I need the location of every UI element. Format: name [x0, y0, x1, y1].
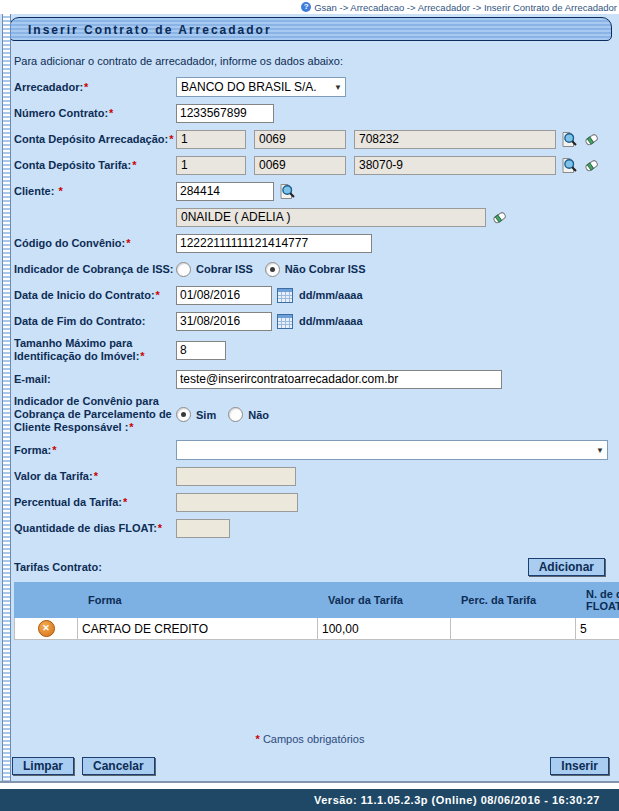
left-decorative-edge [2, 14, 11, 781]
conta-tarifa-label: Conta Depósito Tarifa:* [14, 159, 176, 172]
required-note-text: Campos obrigatórios [263, 733, 365, 745]
required-mark: * [52, 444, 56, 456]
arrecadador-select[interactable]: BANCO DO BRASIL S/A. ▼ [176, 77, 346, 97]
required-mark: * [123, 496, 127, 508]
email-input[interactable] [176, 370, 502, 389]
eraser-icon[interactable] [583, 131, 600, 148]
conta-arrecadacao-agencia: 0069 [254, 130, 346, 149]
required-mark: * [169, 133, 173, 145]
cell-valor: 100,00 [318, 618, 451, 640]
row-codigo-convenio: Código do Convênio:* [14, 233, 619, 253]
breadcrumb-text: Gsan -> Arrecadacao -> Arrecadador -> In… [314, 2, 617, 13]
percentual-tarifa-label: Percentual da Tarifa:* [14, 496, 176, 509]
row-email: E-mail: [14, 369, 619, 389]
data-fim-label: Data de Fim do Contrato: [14, 315, 176, 328]
adicionar-button[interactable]: Adicionar [528, 558, 605, 576]
page-title: Inserir Contrato de Arrecadador [9, 17, 612, 41]
row-forma: Forma:* ▼ [14, 440, 619, 460]
numero-contrato-input[interactable] [176, 104, 274, 123]
dias-float-label: Quantidade de dias FLOAT:* [14, 522, 176, 535]
label-text: Percentual da Tarifa: [14, 496, 122, 508]
conta-arrecadacao-numero: 708232 [354, 130, 556, 149]
tamanho-maximo-input[interactable] [176, 341, 226, 360]
col-forma: Forma [78, 583, 318, 618]
row-conta-deposito-arrecadacao: Conta Depósito Arrecadação:* 1 0069 7082… [14, 129, 619, 149]
radio-nao-cobrar-iss[interactable] [265, 262, 280, 277]
label-text: Tamanho Máximo para Identificação do Imó… [14, 337, 139, 362]
label-text: Forma: [14, 444, 51, 456]
dias-float-input-disabled [176, 519, 230, 538]
required-mark: * [58, 185, 62, 197]
label-text: Data de Inicio do Contrato: [14, 289, 155, 301]
valor-tarifa-label: Valor da Tarifa:* [14, 470, 176, 483]
data-inicio-input[interactable] [176, 286, 272, 305]
codigo-convenio-label: Código do Convênio:* [14, 237, 176, 250]
data-inicio-label: Data de Inicio do Contrato:* [14, 289, 176, 302]
help-icon[interactable]: ? [301, 2, 311, 12]
conta-arrecadacao-banco: 1 [176, 130, 246, 149]
required-mark: * [256, 733, 260, 745]
inserir-button[interactable]: Inserir [550, 757, 609, 775]
required-mark: * [156, 289, 160, 301]
row-indicador-convenio: Indicador de Convênio para Cobrança de P… [14, 395, 619, 434]
radio-sim[interactable] [176, 407, 191, 422]
cliente-codigo-input[interactable] [176, 182, 274, 201]
required-mark: * [126, 237, 130, 249]
row-arrecadador: Arrecadador:* BANCO DO BRASIL S/A. ▼ [14, 77, 619, 97]
search-icon[interactable] [279, 183, 296, 200]
row-dias-float: Quantidade de dias FLOAT:* [14, 518, 619, 538]
version-statusbar: Versão: 11.1.05.2.3p (Online) 08/06/2016… [0, 789, 619, 811]
version-text: Versão: 11.1.05.2.3p (Online) 08/06/2016… [0, 794, 619, 806]
required-mark: * [84, 81, 88, 93]
search-icon[interactable] [561, 131, 578, 148]
cliente-label: Cliente: * [14, 185, 176, 198]
radio-nao[interactable] [228, 407, 243, 422]
label-text: Conta Depósito Tarifa: [14, 159, 131, 171]
row-data-fim: Data de Fim do Contrato: dd/mm/aaaa [14, 311, 619, 331]
row-cliente: Cliente: * [14, 181, 619, 201]
label-text: Conta Depósito Arrecadação: [14, 133, 168, 145]
row-tamanho-maximo: Tamanho Máximo para Identificação do Imó… [14, 337, 619, 363]
radio-nao-label: Não [248, 409, 269, 421]
cell-perc [451, 618, 576, 640]
eraser-icon[interactable] [491, 209, 508, 226]
arrecadador-label: Arrecadador:* [14, 81, 176, 94]
label-text: E-mail: [14, 373, 51, 385]
iss-label: Indicador de Cobrança de ISS: [14, 263, 176, 276]
row-numero-contrato: Número Contrato:* [14, 103, 619, 123]
delete-row-icon[interactable]: ✕ [38, 620, 55, 637]
calendar-icon[interactable] [277, 314, 293, 329]
row-valor-tarifa: Valor da Tarifa:* [14, 466, 619, 486]
search-icon[interactable] [561, 157, 578, 174]
row-data-inicio: Data de Inicio do Contrato:* dd/mm/aaaa [14, 285, 619, 305]
eraser-icon[interactable] [583, 157, 600, 174]
calendar-icon[interactable] [277, 288, 293, 303]
limpar-button[interactable]: Limpar [12, 757, 74, 775]
cancelar-button[interactable]: Cancelar [82, 757, 155, 775]
col-actions [15, 583, 78, 618]
required-mark: * [109, 107, 113, 119]
label-text: Arrecadador: [14, 81, 83, 93]
cell-forma: CARTAO DE CREDITO [78, 618, 318, 640]
codigo-convenio-input[interactable] [176, 234, 372, 253]
label-text: Código do Convênio: [14, 237, 125, 249]
label-text: Valor da Tarifa: [14, 470, 93, 482]
radio-nao-cobrar-iss-label: Não Cobrar ISS [285, 263, 366, 275]
conta-tarifa-numero: 38070-9 [354, 156, 556, 175]
col-valor-tarifa: Valor da Tarifa [318, 583, 451, 618]
data-inicio-format-hint: dd/mm/aaaa [299, 289, 363, 301]
radio-cobrar-iss[interactable] [176, 262, 191, 277]
label-text: Cliente: [14, 185, 57, 197]
required-mark: * [94, 470, 98, 482]
table-row: ✕ CARTAO DE CREDITO 100,00 5 [15, 618, 619, 640]
label-text: Indicador de Cobrança de ISS: [14, 263, 174, 275]
required-mark: * [140, 350, 144, 362]
radio-cobrar-iss-label: Cobrar ISS [196, 263, 253, 275]
valor-tarifa-input-disabled [176, 467, 296, 486]
data-fim-input[interactable] [176, 312, 272, 331]
forma-select[interactable]: ▼ [176, 440, 608, 460]
tarifas-contrato-header: Tarifas Contrato: Adicionar [14, 558, 605, 576]
required-fields-note: *Campos obrigatórios [0, 733, 619, 745]
forma-label: Forma:* [14, 444, 176, 457]
form-actions: Limpar Cancelar Inserir [12, 757, 609, 775]
